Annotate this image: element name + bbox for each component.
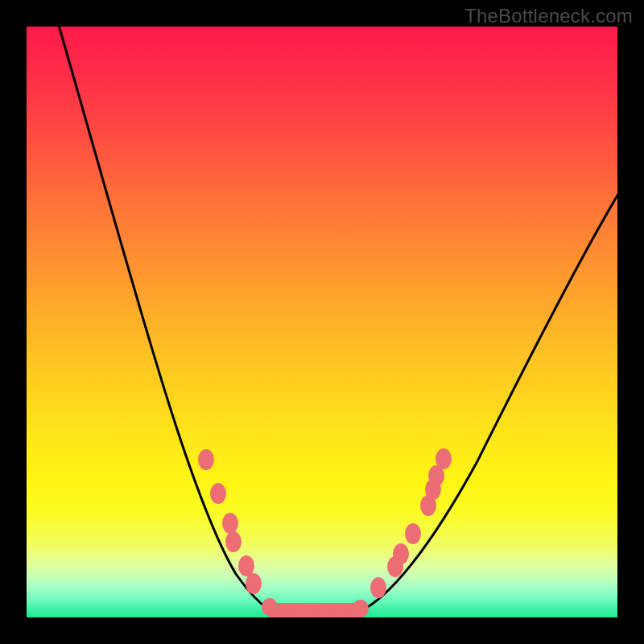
marker-right-2: [393, 543, 409, 564]
v-curve: [58, 27, 617, 612]
marker-right-7: [436, 448, 452, 469]
marker-bottom-3: [317, 604, 333, 617]
marker-bottom-2: [299, 604, 315, 617]
marker-bottom-5: [353, 600, 369, 617]
chart-container: TheBottleneck.com: [0, 0, 644, 644]
marker-right-0: [370, 577, 386, 598]
watermark-text: TheBottleneck.com: [464, 5, 633, 27]
marker-bottom-0: [262, 598, 278, 616]
plot-area: [27, 27, 617, 617]
curve-svg: [27, 27, 617, 617]
marker-left-2: [222, 513, 238, 534]
marker-bottom-4: [336, 604, 352, 617]
marker-bottom-1: [280, 604, 296, 617]
marker-right-3: [405, 523, 421, 544]
marker-left-0: [198, 449, 214, 470]
marker-left-1: [210, 483, 226, 504]
marker-left-3: [225, 531, 242, 552]
marker-left-5: [246, 573, 262, 594]
